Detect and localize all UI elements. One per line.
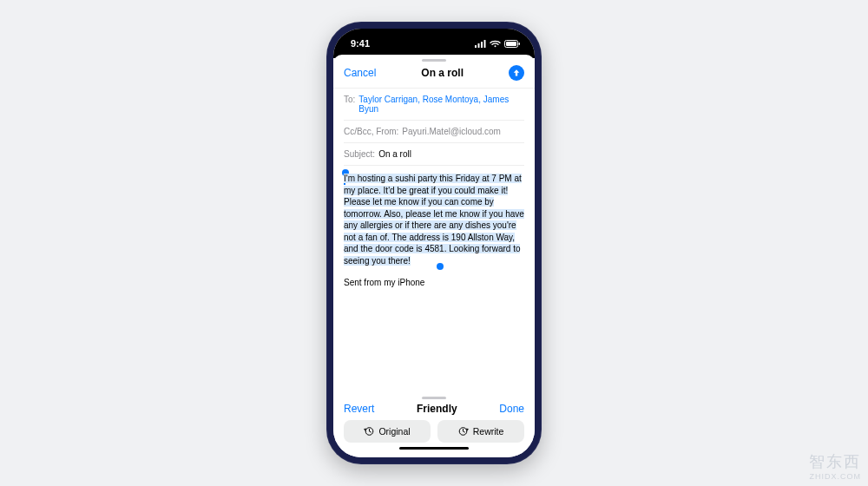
- battery-icon: [504, 40, 521, 48]
- svg-point-4: [495, 45, 496, 47]
- sheet-grabber[interactable]: [422, 59, 446, 62]
- dynamic-island: [405, 30, 463, 45]
- screen: 9:41 Cancel On a roll: [333, 29, 535, 457]
- watermark-line1: 智东西: [809, 453, 861, 470]
- done-button[interactable]: Done: [499, 403, 524, 415]
- home-indicator[interactable]: [399, 447, 469, 450]
- svg-rect-7: [519, 43, 521, 45]
- toolbar-grabber[interactable]: [422, 397, 446, 399]
- selection-end-handle[interactable]: [437, 263, 444, 270]
- from-value: Payuri.Matel@icloud.com: [402, 127, 501, 136]
- selected-text[interactable]: I'm hosting a sushi party this Friday at…: [344, 174, 524, 266]
- subject-field[interactable]: Subject: On a roll: [344, 143, 524, 166]
- cancel-button[interactable]: Cancel: [344, 67, 376, 79]
- compose-sheet: Cancel On a roll To: Taylor Carrigan, Ro…: [333, 55, 535, 457]
- message-body[interactable]: I'm hosting a sushi party this Friday at…: [333, 166, 535, 393]
- email-signature[interactable]: Sent from my iPhone: [344, 277, 524, 289]
- svg-rect-0: [475, 45, 477, 48]
- status-icons: [475, 40, 521, 48]
- header-fields: To: Taylor Carrigan, Rose Montoya, James…: [333, 89, 535, 166]
- to-field[interactable]: To: Taylor Carrigan, Rose Montoya, James…: [344, 89, 524, 121]
- compose-navbar: Cancel On a roll: [333, 63, 535, 89]
- rewrite-button[interactable]: Rewrite: [437, 420, 524, 443]
- selected-text-block[interactable]: I'm hosting a sushi party this Friday at…: [344, 173, 524, 266]
- subject-label: Subject:: [344, 149, 375, 159]
- writing-tools-toolbar: Revert Friendly Done Original Rewrite: [333, 393, 535, 458]
- status-time: 9:41: [351, 38, 370, 49]
- revert-button[interactable]: Revert: [344, 403, 374, 415]
- original-button[interactable]: Original: [344, 420, 431, 443]
- phone-frame: 9:41 Cancel On a roll: [326, 22, 542, 464]
- svg-rect-6: [506, 42, 516, 46]
- watermark: 智东西 ZHIDX.COM: [809, 451, 861, 481]
- send-button[interactable]: [509, 65, 524, 81]
- to-label: To:: [344, 95, 355, 104]
- tone-label: Friendly: [417, 403, 457, 415]
- svg-rect-2: [481, 42, 483, 48]
- original-label: Original: [378, 426, 410, 437]
- clock-forward-icon: [458, 426, 469, 437]
- to-recipients[interactable]: Taylor Carrigan, Rose Montoya, James Byu…: [358, 95, 524, 114]
- arrow-up-icon: [512, 69, 521, 77]
- subject-value: On a roll: [378, 149, 411, 159]
- watermark-line2: ZHIDX.COM: [809, 472, 861, 481]
- wifi-icon: [490, 40, 501, 48]
- cellular-signal-icon: [475, 40, 486, 48]
- clock-back-icon: [364, 426, 374, 437]
- compose-title: On a roll: [421, 67, 464, 79]
- ccbcc-from-label: Cc/Bcc, From:: [344, 127, 398, 136]
- svg-rect-3: [484, 40, 486, 48]
- svg-rect-1: [478, 43, 480, 48]
- ccbcc-from-field[interactable]: Cc/Bcc, From: Payuri.Matel@icloud.com: [344, 121, 524, 143]
- rewrite-label: Rewrite: [473, 426, 504, 437]
